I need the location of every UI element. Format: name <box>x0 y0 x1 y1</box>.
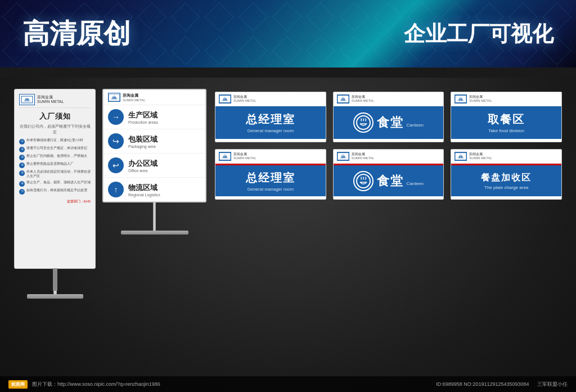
sign-logo-1: SM <box>219 94 231 103</box>
left-signs: SM 苏闽金属 SUMIN METAL 入厂须知 在我们公司内，必须严格遵守下列… <box>14 89 206 299</box>
direction-stand <box>153 202 156 231</box>
rule-icon-3: ③ <box>19 155 25 160</box>
rule-item: ⑦ 如有违规行为，将依据相关规定予以处理 <box>19 188 91 195</box>
rule-icon-1: ① <box>19 139 25 145</box>
sign-card-gm-1-header: SM 苏闽金属 SUMIN METAL <box>215 92 326 106</box>
sign-logo-5: SM <box>337 152 349 161</box>
direction-en-1: Production areas <box>128 120 158 124</box>
svg-text:SM: SM <box>459 156 463 159</box>
rule-item: ① 外来车辆须持通行证，限速5公里/小时 <box>19 138 91 145</box>
direction-arrow-2: ↪ <box>108 133 124 149</box>
sign-card-canteen-2-body: 食堂 Canteen <box>334 165 444 196</box>
sign-company-en-1: SUMIN METAL <box>233 99 256 103</box>
sign-company-en-6: SUMIN METAL <box>469 156 492 160</box>
sign-canteen-en-2: Canteen <box>407 181 424 186</box>
svg-text:SM: SM <box>341 156 345 159</box>
sign-company-en-4: SUMIN METAL <box>233 156 256 160</box>
direction-item-4: ↑ 物流区域 Regional Logistics <box>104 178 205 201</box>
direction-logo-icon: SM <box>108 93 120 102</box>
sign-logo-3: SM <box>454 94 467 103</box>
sign-card-gm-1: SM 苏闽金属 SUMIN METAL 总经理室 General manager… <box>215 92 326 142</box>
bottom-id: ID:6989958 NO:20191129125435093084 <box>436 381 529 387</box>
factory-logo-cn: 苏闽金属 <box>37 95 64 100</box>
sign-plate-cn: 餐盘加收区 <box>481 172 532 184</box>
direction-base <box>121 231 188 235</box>
direction-item-3: ↩ 办公区域 Office area <box>104 154 205 178</box>
sign-logo-2: SM <box>337 94 349 103</box>
canteen-bowl-icon-2 <box>353 171 374 191</box>
sign-company-en-3: SUMIN METAL <box>469 99 492 103</box>
factory-logo-en: SUMIN METAL <box>37 100 64 104</box>
rule-icon-5: ⑤ <box>19 170 25 176</box>
rule-icon-7: ⑦ <box>19 189 25 195</box>
sign-card-gm-2-header: SM 苏闽金属 SUMIN METAL <box>215 150 326 164</box>
svg-text:SM: SM <box>25 98 29 101</box>
direction-item-2: ↪ 包装区域 Packaging area <box>104 129 205 154</box>
direction-en-4: Regional Logistics <box>128 193 160 197</box>
rule-item: ④ 禁止携带危险品及违禁物品入厂 <box>19 162 91 168</box>
bottom-left: 昵图网 图片下载：http://www.soso.nipic.com/?q=re… <box>8 380 160 389</box>
separator <box>0 67 576 78</box>
sign-card-canteen-1-body: 食堂 Canteen <box>334 106 444 139</box>
direction-cn-3: 办公区域 <box>128 159 158 169</box>
bottom-right-info: ID:6989958 NO:20191129125435093084 三军联盟小… <box>436 381 568 388</box>
rule-text-4: 禁止携带危险品及违禁物品入厂 <box>26 162 91 166</box>
room-signs-grid: SM 苏闽金属 SUMIN METAL 总经理室 General manager… <box>215 92 562 200</box>
sign-card-canteen-1-header: SM 苏闽金属 SUMIN METAL <box>334 92 444 106</box>
sign-main-en-1: General manager room <box>247 128 294 133</box>
direction-logo-en: SUMIN METAL <box>123 98 146 102</box>
header-right-text: 企业工厂可视化 <box>404 20 554 48</box>
svg-text:SM: SM <box>223 156 227 159</box>
direction-item-1: → 生产区域 Production areas <box>104 105 205 129</box>
bottom-url: 图片下载：http://www.soso.nipic.com/?q=renzha… <box>32 381 160 388</box>
rule-icon-6: ⑥ <box>19 181 25 187</box>
direction-cn-1: 生产区域 <box>128 110 158 120</box>
factory-rules-title: 入厂须知 <box>19 111 91 121</box>
direction-board: SM 苏闽金属 SUMIN METAL → 生产区域 Production ar… <box>102 89 206 202</box>
sign-logo-4: SM <box>219 152 231 161</box>
direction-cn-4: 物流区域 <box>128 183 160 193</box>
bottom-bar: 昵图网 图片下载：http://www.soso.nipic.com/?q=re… <box>0 376 576 392</box>
direction-cn-2: 包装区域 <box>128 134 158 145</box>
direction-en-3: Office area <box>128 169 158 173</box>
sign-card-canteen-2-header: SM 苏闽金属 SUMIN METAL <box>334 150 444 164</box>
sign-card-gm-2-body: 总经理室 General manager room <box>215 165 326 196</box>
sign-company-en-5: SUMIN METAL <box>352 156 375 160</box>
svg-point-12 <box>357 116 370 129</box>
header-left-text: 高清原创 <box>22 16 130 52</box>
sign-card-takefood-1: SM 苏闽金属 SUMIN METAL 取餐区 Take food divisi… <box>451 92 562 142</box>
sign-main-cn-1: 总经理室 <box>246 112 295 127</box>
factory-rules-subtitle: 在我们公司内，必须严格遵守下列安全规定 <box>19 124 91 135</box>
sign-card-takefood-body: 取餐区 Take food division <box>451 106 561 139</box>
sign-company-cn-5: 苏闽金属 <box>352 152 375 156</box>
direction-signs-container: SM 苏闽金属 SUMIN METAL → 生产区域 Production ar… <box>102 89 206 235</box>
sign-canteen-en-1: Canteen <box>407 123 424 128</box>
sign-card-canteen-1: SM 苏闽金属 SUMIN METAL <box>333 92 444 142</box>
direction-board-header: SM 苏闽金属 SUMIN METAL <box>104 90 205 105</box>
rule-text-6: 禁止生产、食品、烟草、酒精进入生产区域 <box>26 181 91 185</box>
factory-rules-container: SM 苏闽金属 SUMIN METAL 入厂须知 在我们公司内，必须严格遵守下列… <box>14 89 96 299</box>
sign-company-cn-6: 苏闽金属 <box>469 152 492 156</box>
svg-text:SM: SM <box>112 96 116 100</box>
rule-text-2: 请遵守公司安全生产规定，来访者须登记 <box>26 146 91 151</box>
sign-takefood-en: Take food division <box>488 128 524 133</box>
rule-text-1: 外来车辆须持通行证，限速5公里/小时 <box>26 138 91 143</box>
sign-card-plate: SM 苏闽金属 SUMIN METAL 餐盘加收区 The plate char… <box>451 149 562 200</box>
sign-card-gm-1-body: 总经理室 General manager room <box>215 106 326 139</box>
sign-canteen-cn-1: 食堂 <box>377 115 404 129</box>
direction-logo-cn: 苏闽金属 <box>123 93 146 98</box>
sign-card-plate-header: SM 苏闽金属 SUMIN METAL <box>451 150 561 164</box>
sign-card-canteen-2: SM 苏闽金属 SUMIN METAL <box>333 149 444 200</box>
sign-plate-en: The plate charge area <box>484 185 528 190</box>
canteen-bowl-icon <box>353 112 374 133</box>
factory-rules-list: ① 外来车辆须持通行证，限速5公里/小时 ② 请遵守公司安全生产规定，来访者须登… <box>19 138 91 195</box>
sign-company-cn-3: 苏闽金属 <box>469 95 492 99</box>
rule-text-3: 禁止在厂区内吸烟、使用明火，严禁烟火 <box>26 154 91 159</box>
board-base <box>27 294 83 299</box>
sign-card-gm-2: SM 苏闽金属 SUMIN METAL 总经理室 General manager… <box>215 149 326 200</box>
rule-text-7: 如有违规行为，将依据相关规定予以处理 <box>26 188 91 193</box>
direction-arrow-1: → <box>108 109 124 125</box>
sign-card-plate-body: 餐盘加收区 The plate charge area <box>451 165 561 196</box>
direction-arrow-4: ↑ <box>108 182 124 197</box>
direction-arrow-3: ↩ <box>108 157 124 173</box>
